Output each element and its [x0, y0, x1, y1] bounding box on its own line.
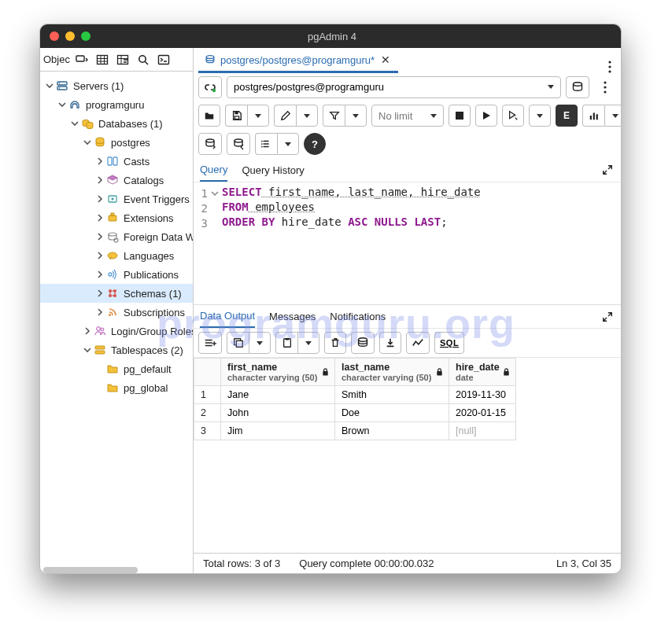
query-tool-icon[interactable]: [72, 50, 92, 69]
explain-button[interactable]: E: [556, 105, 578, 127]
cell[interactable]: Doe: [335, 404, 449, 422]
psql-tool-icon[interactable]: [153, 50, 174, 69]
fold-icon[interactable]: [211, 190, 219, 197]
tree-node[interactable]: Tablespaces (2): [40, 340, 193, 359]
commit-button[interactable]: [198, 133, 222, 155]
notifications-tab[interactable]: Notifications: [330, 306, 386, 327]
cell[interactable]: 2019-11-30: [449, 386, 516, 404]
object-tree[interactable]: Servers (1)programguruDatabases (1)postg…: [40, 72, 193, 567]
tree-node[interactable]: Foreign Data W: [40, 227, 193, 246]
tree-node[interactable]: postgres: [40, 133, 193, 152]
tree-node[interactable]: Servers (1): [40, 76, 193, 95]
query-tab[interactable]: Query: [200, 159, 227, 182]
open-file-button[interactable]: [198, 105, 220, 127]
tree-twisty-icon[interactable]: [95, 232, 105, 241]
tree-node[interactable]: Login/Group Roles: [40, 322, 193, 340]
execute-button[interactable]: [475, 105, 497, 127]
connection-status-button[interactable]: [198, 76, 222, 98]
download-button[interactable]: [379, 332, 401, 354]
tree-node[interactable]: programguru: [40, 95, 193, 114]
row-limit-select[interactable]: No limit: [371, 105, 444, 127]
tree-node[interactable]: Casts: [40, 152, 193, 171]
tree-node[interactable]: Languages: [40, 246, 193, 265]
tree-twisty-icon[interactable]: [95, 307, 105, 317]
cell[interactable]: Smith: [335, 386, 449, 404]
cell[interactable]: [null]: [449, 422, 516, 440]
connection-menu-button[interactable]: [594, 81, 616, 94]
table-row[interactable]: 1JaneSmith2019-11-30: [194, 386, 516, 404]
tree-node[interactable]: Subscriptions: [40, 303, 193, 322]
edit-button[interactable]: [274, 105, 296, 127]
edit-dropdown[interactable]: [296, 105, 318, 127]
cell[interactable]: Brown: [335, 422, 449, 440]
filter-rows-icon[interactable]: [113, 50, 133, 69]
connection-select[interactable]: postgres/postgres@programguru: [227, 76, 561, 98]
sql-button[interactable]: SQL: [434, 332, 464, 354]
tree-twisty-icon[interactable]: [83, 326, 92, 336]
add-row-button[interactable]: [198, 332, 222, 354]
save-file-dropdown[interactable]: [247, 105, 269, 127]
new-connection-button[interactable]: [566, 76, 589, 98]
explain-analyze-button[interactable]: [582, 105, 604, 127]
tree-twisty-icon[interactable]: [95, 270, 105, 279]
delete-row-button[interactable]: [324, 332, 346, 354]
stop-button[interactable]: [449, 105, 471, 127]
table-row[interactable]: 3JimBrown[null]: [194, 422, 516, 440]
zoom-window-button[interactable]: [81, 31, 90, 41]
column-header[interactable]: first_namecharacter varying (50): [221, 359, 335, 386]
copy-dropdown[interactable]: [249, 332, 271, 354]
tree-twisty-icon[interactable]: [95, 364, 105, 374]
tree-twisty-icon[interactable]: [95, 213, 105, 223]
paste-dropdown[interactable]: [297, 332, 319, 354]
macros-button[interactable]: [255, 133, 277, 155]
result-grid[interactable]: first_namecharacter varying (50)last_nam…: [194, 358, 516, 440]
tree-node[interactable]: Databases (1): [40, 114, 193, 133]
messages-tab[interactable]: Messages: [269, 306, 316, 327]
tree-twisty-icon[interactable]: [70, 119, 79, 128]
cell[interactable]: Jim: [221, 422, 335, 440]
search-objects-icon[interactable]: [133, 50, 153, 69]
column-header[interactable]: hire_datedate: [449, 359, 516, 386]
cell[interactable]: John: [221, 404, 335, 422]
sql-editor[interactable]: 1 2 3 SELECT first_name, last_name, hire…: [194, 182, 621, 304]
tree-node[interactable]: Schemas (1): [40, 284, 193, 303]
close-window-button[interactable]: [50, 31, 59, 41]
column-header[interactable]: last_namecharacter varying (50): [335, 359, 449, 386]
tree-node[interactable]: pg_global: [40, 378, 193, 397]
help-button[interactable]: ?: [304, 133, 326, 155]
minimize-window-button[interactable]: [65, 31, 75, 41]
tree-node[interactable]: Extensions: [40, 208, 193, 227]
query-editor-tab[interactable]: postgres/postgres@programguru* ✕: [198, 49, 398, 73]
editor-content[interactable]: SELECT first_name, last_name, hire_date …: [222, 182, 621, 304]
tree-twisty-icon[interactable]: [95, 383, 105, 392]
tree-twisty-icon[interactable]: [95, 289, 105, 298]
execute-query-button[interactable]: [502, 105, 524, 127]
graph-visualizer-button[interactable]: [406, 332, 430, 354]
explain-dropdown[interactable]: [529, 105, 551, 127]
filter-button[interactable]: [323, 105, 345, 127]
sidebar-horizontal-scrollbar[interactable]: [40, 567, 193, 573]
save-file-button[interactable]: [225, 105, 247, 127]
tree-node[interactable]: pg_default: [40, 359, 193, 378]
tree-node[interactable]: Event Triggers: [40, 190, 193, 208]
data-output-tab[interactable]: Data Output: [200, 305, 255, 328]
tree-twisty-icon[interactable]: [83, 138, 92, 147]
copy-button[interactable]: [227, 332, 249, 354]
table-row[interactable]: 2JohnDoe2020-01-15: [194, 404, 516, 422]
explain-analyze-dropdown[interactable]: [604, 105, 622, 127]
tree-twisty-icon[interactable]: [57, 100, 67, 109]
tree-twisty-icon[interactable]: [83, 345, 92, 355]
tab-menu-button[interactable]: [599, 61, 621, 73]
cell[interactable]: 2020-01-15: [449, 404, 516, 422]
tree-twisty-icon[interactable]: [95, 175, 105, 185]
rollback-button[interactable]: [227, 133, 250, 155]
paste-button[interactable]: [275, 332, 297, 354]
cell[interactable]: Jane: [221, 386, 335, 404]
tree-twisty-icon[interactable]: [95, 194, 105, 204]
save-data-button[interactable]: [351, 332, 375, 354]
expand-output-icon[interactable]: [600, 310, 615, 324]
filter-dropdown[interactable]: [345, 105, 367, 127]
query-history-tab[interactable]: Query History: [242, 160, 304, 181]
tree-twisty-icon[interactable]: [95, 156, 105, 166]
tree-node[interactable]: Publications: [40, 265, 193, 284]
